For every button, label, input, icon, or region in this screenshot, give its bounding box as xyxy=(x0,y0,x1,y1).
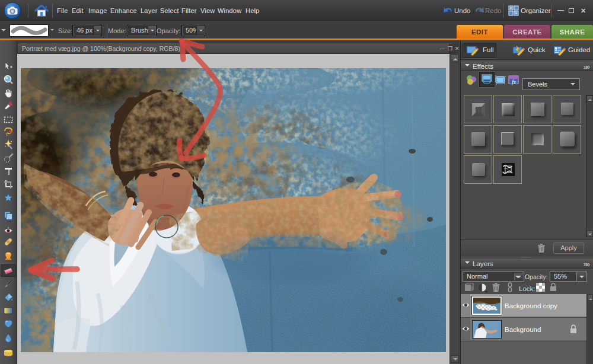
svg-text:fx: fx xyxy=(512,79,517,85)
